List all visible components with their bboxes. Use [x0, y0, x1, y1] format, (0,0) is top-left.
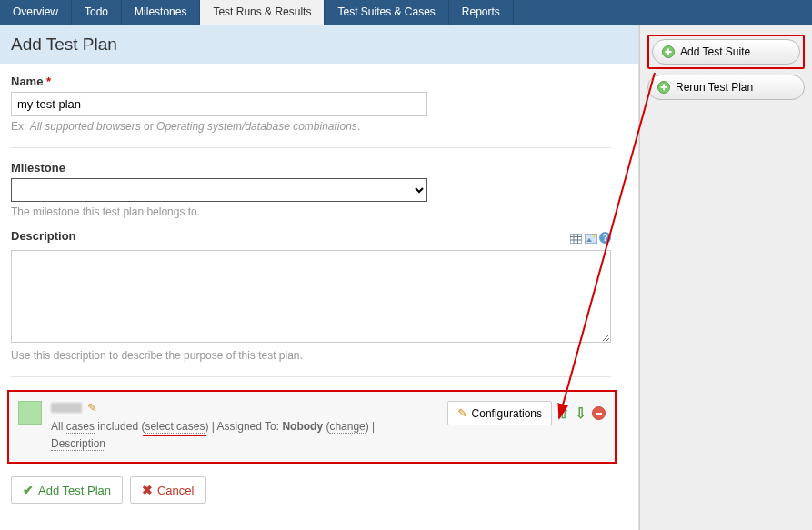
rerun-test-plan-button[interactable]: Rerun Test Plan	[647, 75, 805, 100]
move-up-icon[interactable]: ⇧	[557, 405, 569, 422]
tab-bar: Overview Todo Milestones Test Runs & Res…	[0, 0, 812, 25]
plus-icon	[662, 45, 675, 58]
tab-todo[interactable]: Todo	[72, 0, 122, 25]
assigned-to-value: Nobody	[282, 420, 323, 433]
move-down-icon[interactable]: ⇩	[575, 405, 586, 422]
page-title: Add Test Plan	[0, 25, 638, 64]
main-content: Add Test Plan Name * Ex: All supported b…	[0, 25, 639, 530]
svg-rect-0	[570, 234, 582, 244]
select-cases-link[interactable]: select cases	[145, 420, 205, 434]
tab-reports[interactable]: Reports	[449, 0, 514, 25]
x-icon: ✖	[142, 483, 153, 497]
configurations-button[interactable]: ✎Configurations	[447, 401, 552, 425]
name-input[interactable]	[11, 92, 427, 116]
suite-meta: All cases included (select cases) | Assi…	[51, 418, 438, 453]
required-indicator: *	[46, 75, 51, 88]
description-toolbar: ?	[570, 232, 611, 244]
check-icon: ✔	[23, 483, 34, 497]
add-test-suite-button[interactable]: Add Test Suite	[652, 39, 800, 65]
suite-name-blurred	[51, 403, 82, 413]
suite-color-swatch	[18, 401, 42, 425]
tab-test-runs-results[interactable]: Test Runs & Results	[200, 0, 325, 25]
divider	[11, 147, 611, 148]
change-assignee-link[interactable]: change	[329, 420, 365, 434]
help-icon[interactable]: ?	[599, 232, 611, 244]
cases-link[interactable]: cases	[66, 420, 95, 434]
divider	[11, 376, 611, 377]
add-test-suite-highlight: Add Test Suite	[647, 35, 805, 69]
tab-test-suites-cases[interactable]: Test Suites & Cases	[325, 0, 448, 25]
milestone-help-text: The milestone this test plan belongs to.	[11, 205, 627, 218]
remove-icon[interactable]	[592, 406, 606, 420]
tab-milestones[interactable]: Milestones	[122, 0, 200, 25]
svg-point-7	[593, 235, 596, 238]
description-label: Description	[11, 229, 76, 243]
cancel-button[interactable]: ✖Cancel	[130, 476, 206, 504]
name-help-text: Ex: All supported browsers or Operating …	[11, 120, 627, 133]
pencil-icon: ✎	[457, 406, 467, 420]
svg-rect-5	[585, 234, 597, 244]
tab-overview[interactable]: Overview	[0, 0, 72, 25]
image-icon[interactable]	[585, 233, 596, 243]
suite-description-link[interactable]: Description	[51, 437, 105, 451]
description-textarea[interactable]	[11, 250, 611, 343]
sidebar: Add Test Suite Rerun Test Plan	[639, 25, 812, 530]
description-help-text: Use this description to describe the pur…	[11, 349, 627, 362]
test-suite-row: ✎ All cases included (select cases) | As…	[7, 390, 617, 464]
edit-icon[interactable]: ✎	[87, 401, 97, 415]
name-label: Name *	[11, 75, 627, 88]
table-icon[interactable]	[570, 233, 582, 243]
add-test-plan-button[interactable]: ✔Add Test Plan	[11, 476, 123, 504]
footer-buttons: ✔Add Test Plan ✖Cancel	[0, 464, 638, 516]
plus-icon	[657, 81, 670, 94]
milestone-select[interactable]	[11, 178, 427, 202]
milestone-label: Milestone	[11, 161, 627, 175]
